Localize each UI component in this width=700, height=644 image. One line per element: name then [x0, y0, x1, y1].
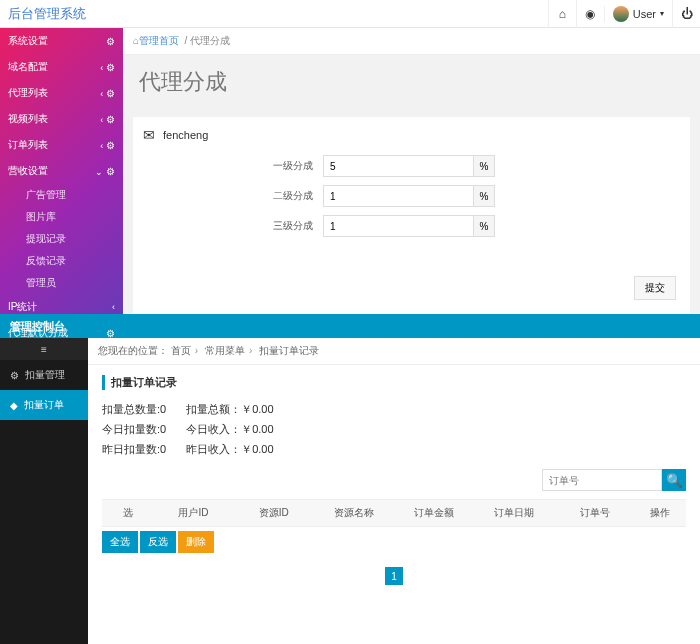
console-breadcrumb: 您现在的位置： 首页› 常用菜单› 扣量订单记录: [88, 338, 700, 365]
input-level2[interactable]: [323, 185, 473, 207]
sidebar-submenu: 广告管理 图片库 提现记录 反馈记录 管理员: [0, 184, 123, 294]
panel-name: fencheng: [163, 129, 208, 141]
crumb-home[interactable]: 首页: [171, 345, 191, 356]
gear-icon: ⚙: [106, 166, 115, 177]
gear-icon: ⚙: [106, 36, 115, 47]
th-resname: 资源名称: [314, 500, 394, 526]
search-row: 🔍: [102, 469, 686, 491]
sidebar2-item-manage[interactable]: ⚙扣量管理: [0, 360, 88, 390]
th-date: 订单日期: [474, 500, 554, 526]
user-menu[interactable]: User ▾: [604, 6, 672, 22]
label-level1: 一级分成: [143, 159, 323, 173]
th-userid: 用户ID: [153, 500, 233, 526]
delete-button[interactable]: 删除: [178, 531, 214, 553]
gear-icon: ⚙: [106, 88, 115, 99]
invert-select-button[interactable]: 反选: [140, 531, 176, 553]
console-content: 您现在的位置： 首页› 常用菜单› 扣量订单记录 扣量订单记录 扣量总数量:0 …: [88, 338, 700, 644]
chevron-down-icon: ⌄: [95, 167, 103, 177]
th-amount: 订单金额: [394, 500, 474, 526]
split-form-panel: ✉ fencheng 一级分成 % 二级分成 % 三级分成 % 提交: [133, 117, 690, 314]
header-actions: ⌂ ◉ User ▾ ⏻: [548, 0, 700, 28]
label-level3: 三级分成: [143, 219, 323, 233]
sidebar-item-ip[interactable]: IP统计‹: [0, 294, 123, 320]
chevron-down-icon: ▾: [660, 9, 664, 18]
form-row-level1: 一级分成 %: [143, 155, 680, 177]
crumb-menu[interactable]: 常用菜单: [205, 345, 245, 356]
gear-icon: ⚙: [106, 328, 115, 339]
power-icon[interactable]: ⏻: [672, 0, 700, 28]
percent-button[interactable]: %: [473, 155, 495, 177]
user-label: User: [633, 8, 656, 20]
submit-button[interactable]: 提交: [634, 276, 676, 300]
breadcrumb: ⌂管理首页 / 代理分成: [123, 28, 700, 55]
chevron-left-icon: ‹: [100, 141, 103, 151]
envelope-icon: ✉: [143, 127, 155, 143]
console-sidebar: ≡ ⚙扣量管理 ◆扣量订单: [0, 338, 88, 644]
home-icon[interactable]: ⌂: [548, 0, 576, 28]
sidebar2-item-orders[interactable]: ◆扣量订单: [0, 390, 88, 420]
sidebar-sub-images[interactable]: 图片库: [18, 206, 123, 228]
th-action: 操作: [635, 500, 686, 526]
gear-icon: ⚙: [106, 140, 115, 151]
console-body: ≡ ⚙扣量管理 ◆扣量订单 您现在的位置： 首页› 常用菜单› 扣量订单记录 扣…: [0, 338, 700, 644]
pagination: 1: [102, 567, 686, 585]
page-current[interactable]: 1: [385, 567, 403, 585]
brand-title: 后台管理系统: [0, 5, 548, 23]
sidebar-sub-ad[interactable]: 广告管理: [18, 184, 123, 206]
top-header: 后台管理系统 ⌂ ◉ User ▾ ⏻: [0, 0, 700, 28]
form-row-level2: 二级分成 %: [143, 185, 680, 207]
camera-icon[interactable]: ◉: [576, 0, 604, 28]
chevron-left-icon: ‹: [100, 63, 103, 73]
sidebar-main: 系统设置⚙ 域名配置‹ ⚙ 代理列表‹ ⚙ 视频列表‹ ⚙ 订单列表‹ ⚙ 营收…: [0, 28, 123, 314]
search-input[interactable]: [542, 469, 662, 491]
sidebar-item-agent-list[interactable]: 代理列表‹ ⚙: [0, 80, 123, 106]
sidebar-sub-withdraw[interactable]: 提现记录: [18, 228, 123, 250]
search-icon: 🔍: [666, 473, 683, 488]
label-level2: 二级分成: [143, 189, 323, 203]
section-console: 管理控制台 ≡ ⚙扣量管理 ◆扣量订单 您现在的位置： 首页› 常用菜单› 扣量…: [0, 314, 700, 644]
console-inner: 扣量订单记录 扣量总数量:0 扣量总额：￥0.00 今日扣量数:0 今日收入：￥…: [88, 365, 700, 644]
page-title: 代理分成: [123, 55, 700, 109]
avatar: [613, 6, 629, 22]
chevron-left-icon: ‹: [112, 302, 115, 312]
th-resid: 资源ID: [234, 500, 314, 526]
crumb-current: 扣量订单记录: [259, 345, 319, 356]
section-agent: 系统设置⚙ 域名配置‹ ⚙ 代理列表‹ ⚙ 视频列表‹ ⚙ 订单列表‹ ⚙ 营收…: [0, 28, 700, 314]
table-header-row: 选 用户ID 资源ID 资源名称 订单金额 订单日期 订单号 操作: [102, 499, 686, 527]
breadcrumb-current: 代理分成: [190, 35, 230, 46]
section-subtitle: 扣量订单记录: [102, 375, 686, 390]
bulk-actions: 全选 反选 删除: [102, 531, 686, 553]
chevron-left-icon: ‹: [100, 115, 103, 125]
sidebar-item-domain[interactable]: 域名配置‹ ⚙: [0, 54, 123, 80]
sidebar-item-default-split[interactable]: 代理默认分成⚙: [0, 320, 123, 346]
th-orderno: 订单号: [554, 500, 634, 526]
gear-icon: ⚙: [10, 370, 19, 381]
gear-icon: ⚙: [106, 62, 115, 73]
chevron-left-icon: ‹: [100, 89, 103, 99]
gear-icon: ⚙: [106, 114, 115, 125]
input-level3[interactable]: [323, 215, 473, 237]
panel-header: ✉ fencheng: [143, 127, 680, 143]
select-all-button[interactable]: 全选: [102, 531, 138, 553]
breadcrumb-home[interactable]: ⌂管理首页: [133, 35, 179, 46]
sidebar-item-revenue[interactable]: 营收设置⌄ ⚙: [0, 158, 123, 184]
form-row-level3: 三级分成 %: [143, 215, 680, 237]
diamond-icon: ◆: [10, 400, 18, 411]
content-agent: ⌂管理首页 / 代理分成 代理分成 ✉ fencheng 一级分成 % 二级分成…: [123, 28, 700, 314]
input-level1[interactable]: [323, 155, 473, 177]
sidebar-item-orders[interactable]: 订单列表‹ ⚙: [0, 132, 123, 158]
stats-block: 扣量总数量:0 扣量总额：￥0.00 今日扣量数:0 今日收入：￥0.00 昨日…: [102, 400, 686, 459]
th-select: 选: [102, 500, 153, 526]
sidebar-sub-admin[interactable]: 管理员: [18, 272, 123, 294]
sidebar-sub-feedback[interactable]: 反馈记录: [18, 250, 123, 272]
percent-button[interactable]: %: [473, 185, 495, 207]
percent-button[interactable]: %: [473, 215, 495, 237]
sidebar-item-system[interactable]: 系统设置⚙: [0, 28, 123, 54]
search-button[interactable]: 🔍: [662, 469, 686, 491]
sidebar-item-video[interactable]: 视频列表‹ ⚙: [0, 106, 123, 132]
